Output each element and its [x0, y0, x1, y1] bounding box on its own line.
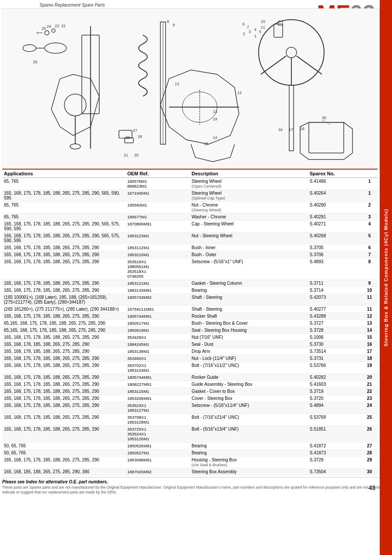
cell-oem: 1850517M1 [126, 320, 190, 327]
cell-num: 14 [361, 327, 378, 334]
svg-text:23: 23 [55, 24, 59, 28]
cell-oem: 1870806M91 [126, 221, 190, 232]
cell-app: 165, 168, 175, 178, 185, 188, 265, 275, … [2, 334, 126, 341]
cell-oem: 195592M1 [126, 202, 190, 214]
svg-text:7: 7 [247, 25, 249, 29]
cell-oem: 1671945M1 [126, 190, 190, 202]
cell-app: 165, 168, 178, 185, 188, 265, 275, 285, … [2, 348, 126, 355]
cell-app: 165, 168, 175, 178, 185, 188, 265, 275, … [2, 388, 126, 395]
desc-main: Bearing [191, 288, 206, 293]
table-row: 165, 168, 175, 178, 185, 188, 265, 275, … [2, 258, 378, 280]
cell-sparex: S.40291 [308, 214, 361, 221]
cell-num: 30 [361, 468, 378, 475]
cell-desc: Steering Box Assembly [190, 468, 308, 475]
cell-num: 21 [361, 381, 378, 388]
cell-sparex: S.3714 [308, 287, 361, 294]
desc-sub: (c/w Seal & Bushes) [191, 463, 227, 467]
table-row: 165, 168, 175, 178, 185, 188, 265, 275, … [2, 313, 378, 320]
desc-main: Seal - Steering Box Housing [191, 328, 247, 333]
cell-num: 28 [361, 450, 378, 457]
cell-oem: 1850526M91 [126, 443, 190, 450]
footer-note-2: These parts are Sparex parts and are not… [2, 485, 390, 495]
cell-num: 15 [361, 334, 378, 341]
cell-desc: Housing - Steering Box(c/w Seal & Bushes… [190, 457, 308, 468]
cell-sparex: S.3727 [308, 320, 361, 327]
table-row: 165, 168, 175, 178, 185, 188, 265, 275, … [2, 232, 378, 244]
cell-oem: 1850519M1 [126, 327, 190, 334]
svg-text:25: 25 [42, 26, 46, 31]
cell-num: 7 [361, 251, 378, 258]
desc-main: Setscrew - (5/16"x1" UNF) [191, 259, 243, 264]
svg-text:16: 16 [278, 127, 283, 132]
desc-main: Rocker Shaft [191, 314, 217, 319]
sidebar-label: Steering Box & Related Components (4Cyl … [383, 209, 388, 346]
cell-num: 20 [361, 374, 378, 381]
desc-main: Bolt - (5/16"x13/4" UNF) [191, 427, 238, 432]
cell-num: 3 [361, 214, 378, 221]
cell-desc: Rocker Shaft [190, 313, 308, 320]
cell-oem: 1853123M1 [126, 232, 190, 244]
cell-app: 165, 168, 175, 178, 185, 188, 265, 275, … [2, 287, 126, 294]
col-header-desc: Description [190, 169, 308, 178]
cell-app: 165, 168, 175, 178, 185, 188, 265, 275, … [2, 426, 126, 443]
cell-num: 1 [361, 190, 378, 202]
cell-sparex: S.3706 [308, 251, 361, 258]
svg-text:27: 27 [133, 128, 137, 133]
svg-text:12: 12 [237, 91, 241, 95]
cell-oem: 353702X11853124M1 [126, 362, 190, 374]
cell-oem: 180577M1 [126, 214, 190, 221]
cell-oem: 1853098M91 [126, 457, 190, 468]
cell-sparex: S.40264 [308, 190, 361, 202]
svg-text:26: 26 [33, 60, 37, 64]
cell-sparex: S.73514 [308, 348, 361, 355]
svg-text:17: 17 [289, 127, 293, 132]
desc-main: Bush - Outer [191, 252, 216, 257]
cell-app: 165, 168, 185, 188, 265, 275, 285, 290, … [2, 468, 126, 475]
cell-app: 50, 65, 765 [2, 443, 126, 450]
desc-main: Nut - Chrome [191, 203, 218, 207]
table-row: (265 181260>), (275 211775>), (285 Later… [2, 306, 378, 313]
svg-text:5: 5 [259, 29, 261, 34]
cell-sparex: S.51851 [308, 426, 361, 443]
cell-oem: 353519X11880551M1353518X10746255 [126, 258, 190, 280]
table-row: 165, 168, 175, 178, 185, 188, 265, 275, … [2, 221, 378, 232]
desc-main: Housing - Steering Box [191, 457, 237, 462]
cell-oem: 1805743M92 [126, 294, 190, 306]
parts-table-container: 65, 765 180576M1899623M1 Steering Wheel(… [2, 178, 378, 475]
desc-main: Steering Wheel [191, 179, 221, 184]
cell-oem: 1853206M91 [126, 395, 190, 402]
cell-desc: Bolt - (7/16"x11/2" UNC) [190, 362, 308, 374]
table-row: 65,165, 168, 175, 178, 185, 188, 265, 27… [2, 327, 378, 334]
cell-oem: 1884245M1 [126, 341, 190, 348]
cell-sparex: S.40271 [308, 221, 361, 232]
cell-desc: Bush - Steering Box & Cover [190, 320, 308, 327]
cell-app: 165, 168, 175, 178, 185, 188, 265, 275, … [2, 190, 126, 202]
svg-text:10: 10 [261, 19, 265, 24]
footer-note-1: Please see Index for alternative O.E. pa… [2, 479, 390, 484]
cell-oem: 180576M1899623M1 [126, 178, 190, 190]
cell-app: 165, 168, 175, 178, 185, 188, 265, 275, … [2, 395, 126, 402]
cell-desc: Washer - Chrome [190, 214, 308, 221]
cell-num: 2 [361, 202, 378, 214]
cell-sparex: S.4893 [308, 258, 361, 280]
cell-app: 165, 168, 175, 178, 185, 188, 265, 275, … [2, 313, 126, 320]
cell-oem: 353428X1 [126, 334, 190, 341]
cell-desc: Gasket - Cover to Box [190, 388, 308, 395]
cell-desc: Bolt - (7/16"x21/4" UNC) [190, 414, 308, 426]
diagram-area: 25 24 23 22 26 6 7 10 [2, 8, 380, 169]
cell-desc: Setscrew - (5/16"x11/4" UNF) [190, 402, 308, 414]
table-row: 165, 168, 185, 188, 265, 275, 285, 290, … [2, 468, 378, 475]
cell-app: 165, 168, 175, 178, 185, 188, 265, 275, … [2, 258, 126, 280]
cell-app: 165, 168, 175, 178, 185, 188, 265, 275, … [2, 251, 126, 258]
footer-area: Please see Index for alternative O.E. pa… [2, 477, 390, 495]
cell-oem: 1853112M1 [126, 244, 190, 251]
table-row: 165, 168, 175, 178, 185, 188, 265, 275, … [2, 414, 378, 426]
cell-app: 165, 168, 175, 178, 185, 188, 265, 275, … [2, 232, 126, 244]
table-row: 165, 168, 175, 178, 185, 188, 265, 275, … [2, 426, 378, 443]
cell-sparex: S.40282 [308, 374, 361, 381]
desc-main: Bolt - (7/16"x11/2" UNC) [191, 363, 239, 368]
table-row: 165, 168, 175, 178, 185, 188, 265, 275, … [2, 287, 378, 294]
svg-text:14: 14 [213, 135, 217, 140]
cell-num: 25 [361, 414, 378, 426]
cell-num: 12 [361, 313, 378, 320]
